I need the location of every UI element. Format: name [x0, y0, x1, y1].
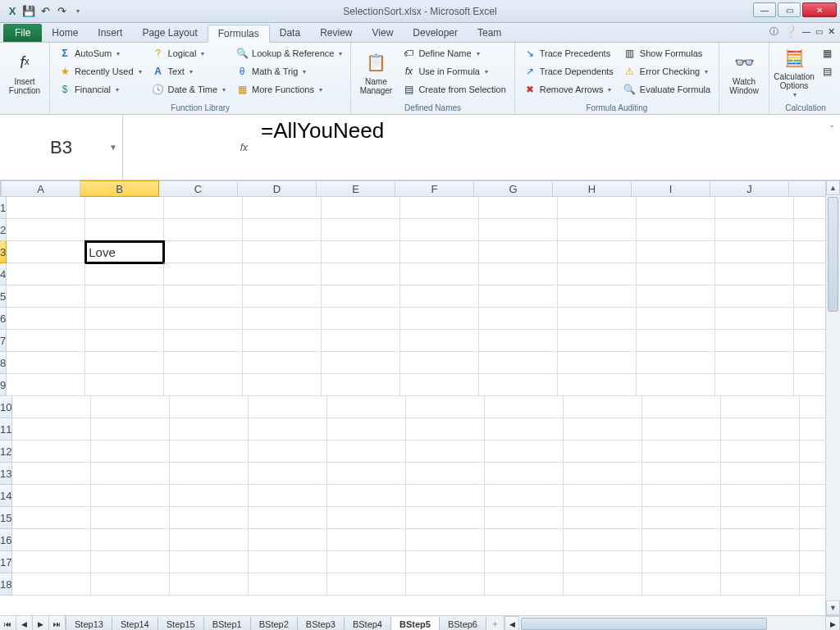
cell[interactable]	[715, 352, 794, 374]
error-checking-button[interactable]: ⚠Error Checking	[620, 63, 714, 80]
cell[interactable]	[558, 285, 637, 308]
cell[interactable]	[715, 285, 794, 308]
cell[interactable]	[170, 463, 249, 485]
cell[interactable]	[564, 551, 642, 573]
cell[interactable]	[85, 352, 164, 374]
cell[interactable]	[406, 551, 485, 573]
cell[interactable]	[794, 219, 825, 241]
cell[interactable]	[637, 219, 715, 241]
cell[interactable]	[243, 352, 322, 374]
tab-home[interactable]: Home	[42, 24, 88, 42]
cell[interactable]	[243, 285, 322, 308]
maximize-button[interactable]: ▭	[778, 2, 801, 17]
cell[interactable]	[249, 507, 327, 529]
text-button[interactable]: AText	[148, 63, 230, 80]
doc-restore-icon[interactable]: ▭	[815, 27, 823, 36]
cell[interactable]	[800, 529, 825, 551]
cell[interactable]	[164, 241, 243, 263]
cell[interactable]	[85, 285, 164, 308]
math-button[interactable]: θMath & Trig	[232, 63, 345, 80]
sheet-tab[interactable]: Step15	[158, 617, 204, 630]
cell[interactable]	[91, 529, 170, 551]
cell[interactable]	[164, 374, 243, 396]
cell[interactable]	[637, 263, 715, 285]
name-manager-button[interactable]: 📋 Name Manager	[356, 45, 395, 99]
scroll-right-icon[interactable]: ▶	[825, 616, 840, 630]
cell[interactable]	[479, 285, 558, 308]
tab-formulas[interactable]: Formulas	[208, 25, 270, 43]
formula-input[interactable]	[254, 115, 824, 147]
cell[interactable]	[327, 396, 406, 418]
scroll-thumb[interactable]	[828, 197, 838, 312]
cell[interactable]	[485, 529, 564, 551]
cell[interactable]	[322, 197, 400, 219]
trace-dependents-button[interactable]: ↗Trace Dependents	[520, 63, 617, 80]
cell[interactable]	[558, 197, 637, 219]
cell[interactable]	[327, 441, 406, 463]
row-header[interactable]: 5	[0, 285, 7, 308]
cell[interactable]	[243, 197, 322, 219]
prev-sheet-button[interactable]: ◀	[16, 616, 33, 630]
cell[interactable]	[642, 463, 721, 485]
cell[interactable]	[85, 330, 164, 352]
cell[interactable]	[721, 441, 800, 463]
cell[interactable]	[800, 441, 825, 463]
chevron-down-icon[interactable]: ▼	[109, 143, 117, 152]
calculation-options-button[interactable]: 🧮 Calculation Options	[774, 45, 814, 99]
sheet-tab[interactable]: BStep2	[250, 617, 298, 630]
cell[interactable]	[637, 352, 715, 374]
tab-review[interactable]: Review	[310, 24, 362, 42]
cell[interactable]	[7, 330, 85, 352]
doc-minimize-icon[interactable]: —	[802, 27, 810, 36]
row-header[interactable]: 14	[0, 485, 12, 507]
cell[interactable]	[85, 197, 164, 219]
cell[interactable]	[249, 573, 327, 596]
cell[interactable]	[400, 285, 479, 308]
cell[interactable]	[85, 263, 164, 285]
cell[interactable]	[564, 507, 642, 529]
cell[interactable]	[794, 197, 825, 219]
cell[interactable]	[164, 219, 243, 241]
cell[interactable]	[327, 529, 406, 551]
row-header[interactable]: 10	[0, 396, 12, 418]
cell[interactable]	[85, 374, 164, 396]
cell[interactable]	[715, 197, 794, 219]
column-header[interactable]: B	[80, 180, 159, 197]
cell[interactable]	[479, 197, 558, 219]
cell[interactable]	[721, 463, 800, 485]
cell[interactable]	[91, 573, 170, 596]
last-sheet-button[interactable]: ⏭	[49, 616, 66, 630]
cell[interactable]	[406, 507, 485, 529]
row-header[interactable]: 1	[0, 197, 7, 219]
cell[interactable]	[642, 551, 721, 573]
cell[interactable]	[164, 197, 243, 219]
cell[interactable]	[170, 551, 249, 573]
scroll-down-icon[interactable]: ▼	[826, 600, 840, 615]
cell[interactable]	[642, 507, 721, 529]
cell[interactable]	[322, 241, 400, 263]
cell[interactable]	[243, 330, 322, 352]
cell[interactable]	[637, 374, 715, 396]
minimize-button[interactable]: —	[753, 2, 776, 17]
autosum-button[interactable]: ΣAutoSum	[55, 45, 145, 62]
cell[interactable]	[642, 396, 721, 418]
cell[interactable]	[400, 374, 479, 396]
save-icon[interactable]: 💾	[21, 4, 36, 19]
cell[interactable]: Love	[85, 241, 164, 263]
cell[interactable]	[800, 507, 825, 529]
row-header[interactable]: 8	[0, 352, 7, 374]
cell[interactable]	[400, 308, 479, 330]
cell[interactable]	[485, 507, 564, 529]
cell[interactable]	[800, 573, 825, 596]
cell[interactable]	[485, 396, 564, 418]
cell[interactable]	[249, 529, 327, 551]
horizontal-scrollbar[interactable]: ◀ ▶	[504, 616, 840, 630]
close-button[interactable]: ✕	[802, 2, 837, 17]
create-from-selection-button[interactable]: ▤Create from Selection	[399, 81, 509, 98]
cell[interactable]	[12, 396, 91, 418]
recently-used-button[interactable]: ★Recently Used	[55, 63, 145, 80]
scroll-thumb[interactable]	[521, 618, 767, 630]
cell[interactable]	[91, 551, 170, 573]
cell[interactable]	[85, 219, 164, 241]
cell[interactable]	[800, 463, 825, 485]
